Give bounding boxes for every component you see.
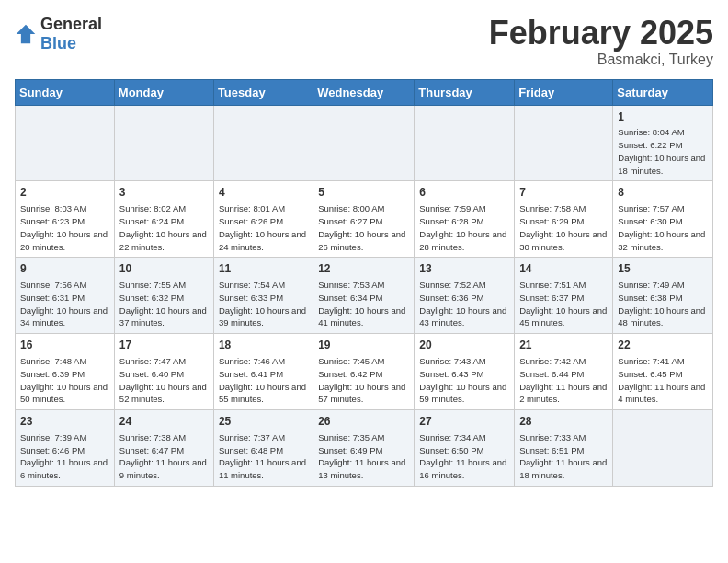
calendar-day-cell: 7Sunrise: 7:58 AM Sunset: 6:29 PM Daylig… [515,181,613,258]
day-info: Sunrise: 7:49 AM Sunset: 6:38 PM Dayligh… [618,279,708,329]
day-number: 24 [119,414,209,430]
day-number: 13 [419,261,509,277]
day-info: Sunrise: 8:03 AM Sunset: 6:23 PM Dayligh… [20,202,109,253]
location-title: Basmakci, Turkey [489,52,713,68]
calendar-day-cell: 25Sunrise: 7:37 AM Sunset: 6:48 PM Dayli… [213,410,313,487]
day-number: 14 [519,261,608,277]
day-number: 4 [219,185,308,201]
day-info: Sunrise: 7:47 AM Sunset: 6:40 PM Dayligh… [119,355,209,406]
day-number: 12 [318,261,409,277]
col-header-monday: Monday [114,79,213,105]
day-info: Sunrise: 7:59 AM Sunset: 6:28 PM Dayligh… [419,202,509,253]
calendar-day-cell: 18Sunrise: 7:46 AM Sunset: 6:41 PM Dayli… [213,334,313,410]
day-info: Sunrise: 7:43 AM Sunset: 6:43 PM Dayligh… [419,355,509,406]
day-number: 3 [119,185,209,201]
day-number: 26 [318,414,409,430]
calendar-day-cell: 26Sunrise: 7:35 AM Sunset: 6:49 PM Dayli… [313,410,415,487]
col-header-tuesday: Tuesday [213,79,313,105]
day-number: 5 [318,185,409,201]
calendar-day-cell [213,105,313,181]
day-number: 6 [419,185,509,201]
logo-general: General [40,15,102,33]
day-info: Sunrise: 7:56 AM Sunset: 6:31 PM Dayligh… [20,279,109,329]
day-number: 2 [20,185,109,201]
col-header-sunday: Sunday [16,79,115,105]
logo: General Blue [15,15,102,53]
calendar-day-cell: 19Sunrise: 7:45 AM Sunset: 6:42 PM Dayli… [313,334,415,410]
calendar-day-cell: 8Sunrise: 7:57 AM Sunset: 6:30 PM Daylig… [613,181,713,258]
calendar-day-cell: 5Sunrise: 8:00 AM Sunset: 6:27 PM Daylig… [313,181,415,258]
day-info: Sunrise: 7:53 AM Sunset: 6:34 PM Dayligh… [318,279,409,329]
calendar-day-cell: 9Sunrise: 7:56 AM Sunset: 6:31 PM Daylig… [16,258,115,334]
calendar-table: SundayMondayTuesdayWednesdayThursdayFrid… [15,79,713,487]
calendar-day-cell: 27Sunrise: 7:34 AM Sunset: 6:50 PM Dayli… [415,410,515,487]
day-info: Sunrise: 8:00 AM Sunset: 6:27 PM Dayligh… [318,202,409,253]
calendar-day-cell: 13Sunrise: 7:52 AM Sunset: 6:36 PM Dayli… [415,258,515,334]
calendar-header-row: SundayMondayTuesdayWednesdayThursdayFrid… [16,79,713,105]
day-number: 7 [519,185,608,201]
calendar-week-row: 16Sunrise: 7:48 AM Sunset: 6:39 PM Dayli… [16,334,713,410]
logo-icon [15,23,37,45]
day-info: Sunrise: 8:04 AM Sunset: 6:22 PM Dayligh… [618,126,708,177]
day-info: Sunrise: 7:57 AM Sunset: 6:30 PM Dayligh… [618,202,708,253]
calendar-day-cell [16,105,115,181]
day-number: 9 [20,261,109,277]
calendar-day-cell: 10Sunrise: 7:55 AM Sunset: 6:32 PM Dayli… [114,258,213,334]
calendar-day-cell: 11Sunrise: 7:54 AM Sunset: 6:33 PM Dayli… [213,258,313,334]
day-info: Sunrise: 7:38 AM Sunset: 6:47 PM Dayligh… [119,431,209,482]
day-number: 16 [20,338,109,353]
calendar-day-cell [515,105,613,181]
calendar-day-cell [415,105,515,181]
day-info: Sunrise: 7:54 AM Sunset: 6:33 PM Dayligh… [219,279,308,329]
col-header-thursday: Thursday [415,79,515,105]
day-info: Sunrise: 7:55 AM Sunset: 6:32 PM Dayligh… [119,279,209,329]
day-info: Sunrise: 7:58 AM Sunset: 6:29 PM Dayligh… [519,202,608,253]
calendar-week-row: 1Sunrise: 8:04 AM Sunset: 6:22 PM Daylig… [16,105,713,181]
calendar-week-row: 9Sunrise: 7:56 AM Sunset: 6:31 PM Daylig… [16,258,713,334]
calendar-day-cell: 14Sunrise: 7:51 AM Sunset: 6:37 PM Dayli… [515,258,613,334]
day-number: 27 [419,414,509,430]
day-info: Sunrise: 7:46 AM Sunset: 6:41 PM Dayligh… [219,355,308,406]
day-info: Sunrise: 7:48 AM Sunset: 6:39 PM Dayligh… [20,355,109,406]
calendar-day-cell: 23Sunrise: 7:39 AM Sunset: 6:46 PM Dayli… [16,410,115,487]
calendar-day-cell: 6Sunrise: 7:59 AM Sunset: 6:28 PM Daylig… [415,181,515,258]
day-number: 17 [119,338,209,353]
day-info: Sunrise: 7:41 AM Sunset: 6:45 PM Dayligh… [618,355,708,406]
day-info: Sunrise: 7:35 AM Sunset: 6:49 PM Dayligh… [318,431,409,482]
calendar-day-cell: 2Sunrise: 8:03 AM Sunset: 6:23 PM Daylig… [16,181,115,258]
calendar-day-cell: 20Sunrise: 7:43 AM Sunset: 6:43 PM Dayli… [415,334,515,410]
day-number: 22 [618,338,708,353]
day-number: 25 [219,414,308,430]
calendar-day-cell: 12Sunrise: 7:53 AM Sunset: 6:34 PM Dayli… [313,258,415,334]
page-header: General Blue February 2025 Basmakci, Tur… [15,15,713,68]
month-title: February 2025 [489,15,713,52]
title-block: February 2025 Basmakci, Turkey [489,15,713,68]
day-number: 10 [119,261,209,277]
day-info: Sunrise: 7:52 AM Sunset: 6:36 PM Dayligh… [419,279,509,329]
col-header-saturday: Saturday [613,79,713,105]
day-info: Sunrise: 7:34 AM Sunset: 6:50 PM Dayligh… [419,431,509,482]
day-number: 11 [219,261,308,277]
day-number: 23 [20,414,109,430]
calendar-day-cell: 15Sunrise: 7:49 AM Sunset: 6:38 PM Dayli… [613,258,713,334]
col-header-wednesday: Wednesday [313,79,415,105]
day-info: Sunrise: 7:39 AM Sunset: 6:46 PM Dayligh… [20,431,109,482]
day-number: 1 [618,109,708,125]
day-number: 19 [318,338,409,353]
day-number: 20 [419,338,509,353]
calendar-week-row: 2Sunrise: 8:03 AM Sunset: 6:23 PM Daylig… [16,181,713,258]
day-info: Sunrise: 7:51 AM Sunset: 6:37 PM Dayligh… [519,279,608,329]
calendar-day-cell: 28Sunrise: 7:33 AM Sunset: 6:51 PM Dayli… [515,410,613,487]
logo-blue: Blue [40,34,76,52]
calendar-day-cell: 24Sunrise: 7:38 AM Sunset: 6:47 PM Dayli… [114,410,213,487]
calendar-day-cell: 17Sunrise: 7:47 AM Sunset: 6:40 PM Dayli… [114,334,213,410]
calendar-day-cell [114,105,213,181]
calendar-day-cell: 1Sunrise: 8:04 AM Sunset: 6:22 PM Daylig… [613,105,713,181]
calendar-day-cell: 22Sunrise: 7:41 AM Sunset: 6:45 PM Dayli… [613,334,713,410]
day-info: Sunrise: 8:01 AM Sunset: 6:26 PM Dayligh… [219,202,308,253]
calendar-day-cell [313,105,415,181]
day-number: 28 [519,414,608,430]
day-number: 18 [219,338,308,353]
day-info: Sunrise: 7:33 AM Sunset: 6:51 PM Dayligh… [519,431,608,482]
day-number: 15 [618,261,708,277]
